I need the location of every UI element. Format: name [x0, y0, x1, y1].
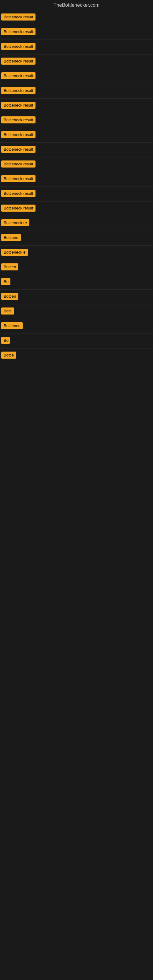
bottleneck-result-badge[interactable]: Bo: [1, 337, 10, 344]
bottleneck-result-badge[interactable]: Bottleneck result: [1, 43, 35, 50]
list-item[interactable]: Bottlene: [0, 231, 153, 246]
bottleneck-result-badge[interactable]: Bottleneck result: [1, 161, 35, 167]
bottleneck-result-badge[interactable]: Bottlen: [1, 263, 18, 270]
bottleneck-result-badge[interactable]: Bottleneck result: [1, 190, 35, 197]
list-item[interactable]: Bottlenec: [0, 319, 153, 334]
list-item[interactable]: Bottle: [0, 348, 153, 363]
bottleneck-result-badge[interactable]: Bottleneck result: [1, 87, 35, 94]
bottleneck-result-badge[interactable]: Bottleneck result: [1, 175, 35, 182]
bottleneck-result-badge[interactable]: Bottleneck result: [1, 131, 35, 138]
list-item[interactable]: Bottleneck result: [0, 54, 153, 69]
list-item[interactable]: Bottleneck result: [0, 25, 153, 40]
bottleneck-result-badge[interactable]: Bottleneck e: [1, 249, 28, 256]
bottleneck-result-badge[interactable]: Bottlenec: [1, 322, 22, 329]
bottleneck-result-badge[interactable]: Bottleneck result: [1, 28, 35, 35]
list-item[interactable]: Bottl: [0, 304, 153, 319]
list-item[interactable]: Bottleneck result: [0, 40, 153, 54]
bottleneck-result-badge[interactable]: Bottleneck result: [1, 13, 35, 21]
list-item[interactable]: Bottleneck result: [0, 158, 153, 172]
bottleneck-result-badge[interactable]: Bottleneck result: [1, 116, 35, 123]
bottleneck-result-badge[interactable]: Bottleneck re: [1, 219, 29, 226]
list-item[interactable]: Bottleneck result: [0, 84, 153, 99]
list-item[interactable]: Bottlen: [0, 290, 153, 304]
bottleneck-result-badge[interactable]: Bottleneck result: [1, 146, 35, 153]
list-item[interactable]: Bottleneck result: [0, 128, 153, 143]
bottleneck-result-badge[interactable]: Bo: [1, 278, 10, 285]
bottleneck-result-badge[interactable]: Bottl: [1, 307, 14, 315]
list-item[interactable]: Bottleneck result: [0, 172, 153, 187]
list-item[interactable]: Bo: [0, 275, 153, 290]
list-item[interactable]: Bottleneck result: [0, 202, 153, 216]
list-item[interactable]: Bottleneck result: [0, 143, 153, 158]
bottleneck-result-badge[interactable]: Bottleneck result: [1, 205, 35, 212]
list-item[interactable]: Bottleneck result: [0, 99, 153, 113]
bottleneck-result-badge[interactable]: Bottle: [1, 352, 16, 359]
bottleneck-result-badge[interactable]: Bottleneck result: [1, 57, 35, 65]
bottleneck-result-badge[interactable]: Bottlene: [1, 234, 21, 241]
list-item[interactable]: Bottleneck re: [0, 216, 153, 231]
bottleneck-result-badge[interactable]: Bottleneck result: [1, 72, 35, 79]
bottleneck-result-badge[interactable]: Bottlen: [1, 293, 18, 300]
list-item[interactable]: Bottleneck result: [0, 10, 153, 25]
list-item[interactable]: Bottleneck result: [0, 69, 153, 84]
list-item[interactable]: Bottleneck result: [0, 187, 153, 202]
list-item[interactable]: Bottleneck result: [0, 113, 153, 128]
list-item[interactable]: Bottleneck e: [0, 246, 153, 260]
site-title: TheBottlenecker.com: [0, 0, 153, 10]
bottleneck-result-badge[interactable]: Bottleneck result: [1, 102, 35, 109]
list-item[interactable]: Bottlen: [0, 260, 153, 275]
list-item[interactable]: Bo: [0, 334, 153, 348]
